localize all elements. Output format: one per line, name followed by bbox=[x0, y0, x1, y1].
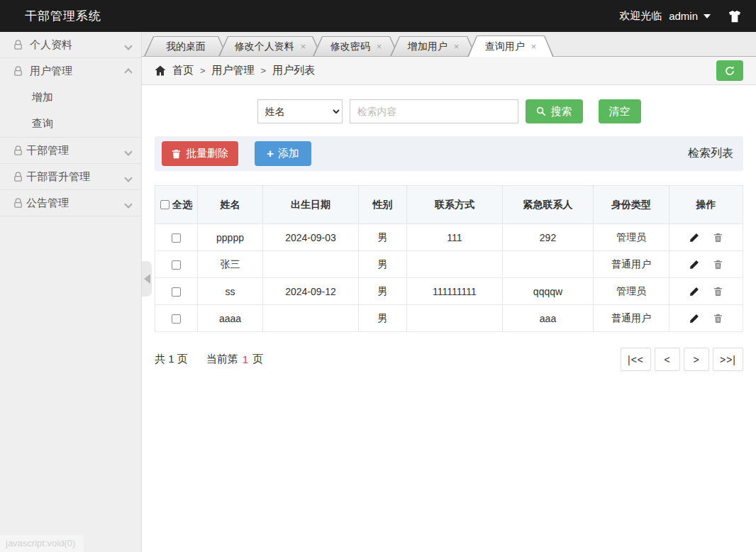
tab-edit-profile[interactable]: 修改个人资料× bbox=[218, 36, 322, 56]
sidebar-item-label: 个人资料 bbox=[30, 38, 72, 52]
delete-icon[interactable] bbox=[713, 233, 723, 243]
pagination: 共 1 页 当前第 1 页 |<< < > >>| bbox=[155, 348, 743, 371]
cell-type: 普通用户 bbox=[594, 305, 669, 332]
edit-icon[interactable] bbox=[689, 314, 699, 324]
sidebar-collapse-handle[interactable] bbox=[142, 261, 152, 297]
plus-icon: + bbox=[267, 148, 274, 160]
delete-icon[interactable] bbox=[713, 260, 723, 270]
lock-icon bbox=[13, 40, 23, 50]
chevron-down-icon bbox=[124, 148, 132, 155]
welcome-text: 欢迎光临 bbox=[619, 9, 662, 23]
breadcrumb-user-mgmt[interactable]: 用户管理 bbox=[212, 64, 255, 77]
batch-delete-button[interactable]: 批量删除 bbox=[162, 141, 238, 166]
table-row: 张三 男 普通用户 bbox=[155, 251, 743, 278]
delete-icon[interactable] bbox=[713, 287, 723, 297]
add-button-label: 添加 bbox=[278, 147, 299, 160]
breadcrumb: 首页 > 用户管理 > 用户列表 bbox=[142, 57, 756, 85]
row-checkbox[interactable] bbox=[172, 287, 181, 297]
select-all-checkbox[interactable] bbox=[160, 200, 169, 209]
sidebar-item-user-mgmt[interactable]: 用户管理 bbox=[0, 58, 141, 84]
search-button[interactable]: 搜索 bbox=[526, 99, 583, 123]
cell-emergency: qqqqw bbox=[503, 278, 594, 305]
lock-icon bbox=[13, 172, 23, 182]
edit-icon[interactable] bbox=[689, 233, 699, 243]
edit-icon[interactable] bbox=[689, 287, 699, 297]
first-page-button[interactable]: |<< bbox=[621, 348, 651, 371]
table-row: ss 2024-09-12 男 111111111 qqqqw 管理员 bbox=[155, 278, 743, 305]
cell-contact: 111 bbox=[407, 224, 503, 251]
chevron-down-icon bbox=[124, 200, 132, 208]
cell-birth: 2024-09-12 bbox=[263, 278, 359, 305]
sidebar-item-notice-mgmt[interactable]: 公告管理 bbox=[0, 190, 141, 216]
row-checkbox[interactable] bbox=[172, 233, 181, 243]
tab-strip: 我的桌面 修改个人资料× 修改密码× 增加用户× 查询用户× bbox=[142, 32, 756, 57]
lock-icon bbox=[13, 145, 23, 156]
breadcrumb-home[interactable]: 首页 bbox=[172, 64, 194, 77]
clear-button[interactable]: 清空 bbox=[599, 99, 641, 123]
close-icon[interactable]: × bbox=[454, 41, 460, 52]
tab-change-password[interactable]: 修改密码× bbox=[313, 36, 399, 56]
cell-type: 管理员 bbox=[594, 224, 669, 251]
chevron-up-icon bbox=[124, 68, 132, 76]
delete-icon[interactable] bbox=[713, 314, 723, 324]
sidebar-subitem-query[interactable]: 查询 bbox=[0, 111, 141, 137]
tab-my-desktop[interactable]: 我的桌面 bbox=[144, 36, 228, 56]
cell-contact: 111111111 bbox=[407, 278, 503, 305]
table-row: ppppp 2024-09-03 男 111 292 管理员 bbox=[155, 224, 743, 251]
sidebar-item-cadre-mgmt[interactable]: 干部管理 bbox=[0, 138, 141, 164]
header-gender: 性别 bbox=[359, 186, 407, 224]
cell-gender: 男 bbox=[359, 305, 407, 332]
add-button[interactable]: + 添加 bbox=[255, 141, 311, 166]
cell-name: ss bbox=[198, 278, 263, 305]
chevron-down-icon bbox=[124, 42, 132, 50]
main-area: 我的桌面 修改个人资料× 修改密码× 增加用户× 查询用户× 首页 bbox=[142, 32, 756, 552]
home-icon bbox=[155, 65, 166, 76]
sidebar-item-label: 公告管理 bbox=[26, 197, 69, 210]
tab-label: 修改个人资料 bbox=[235, 40, 294, 53]
select-all-label: 全选 bbox=[172, 199, 192, 210]
header-select-all: 全选 bbox=[155, 186, 198, 224]
close-icon[interactable]: × bbox=[301, 41, 306, 52]
list-title: 检索列表 bbox=[688, 146, 736, 161]
search-field-select[interactable]: 姓名 bbox=[257, 99, 343, 123]
row-checkbox[interactable] bbox=[172, 314, 181, 324]
last-page-button[interactable]: >>| bbox=[713, 348, 743, 371]
tab-query-user[interactable]: 查询用户× bbox=[467, 35, 554, 57]
cell-birth bbox=[263, 251, 359, 278]
close-icon[interactable]: × bbox=[531, 41, 537, 52]
breadcrumb-user-list: 用户列表 bbox=[272, 64, 315, 77]
search-button-label: 搜索 bbox=[551, 105, 572, 118]
lock-icon bbox=[13, 198, 23, 209]
sidebar-item-promotion-mgmt[interactable]: 干部晋升管理 bbox=[0, 164, 141, 190]
sidebar-subitem-label: 查询 bbox=[32, 117, 53, 131]
refresh-icon bbox=[724, 65, 735, 77]
next-page-button[interactable]: > bbox=[684, 348, 709, 371]
header-birth: 出生日期 bbox=[263, 186, 359, 224]
cell-emergency bbox=[503, 251, 594, 278]
cell-gender: 男 bbox=[359, 251, 407, 278]
shirt-icon[interactable] bbox=[728, 10, 742, 23]
row-checkbox[interactable] bbox=[172, 260, 181, 270]
refresh-button[interactable] bbox=[716, 60, 743, 81]
edit-icon[interactable] bbox=[689, 260, 699, 270]
toolbar: 批量删除 + 添加 检索列表 bbox=[155, 136, 743, 171]
cell-type: 普通用户 bbox=[594, 251, 669, 278]
sidebar-item-label: 干部晋升管理 bbox=[26, 170, 90, 184]
user-menu[interactable]: admin bbox=[669, 10, 711, 22]
sidebar-subitem-add[interactable]: 增加 bbox=[0, 84, 141, 111]
cell-emergency: 292 bbox=[503, 224, 594, 251]
search-input[interactable] bbox=[350, 99, 518, 123]
search-row: 姓名 搜索 清空 bbox=[155, 99, 743, 123]
trash-icon bbox=[172, 149, 181, 159]
page-total-text: 共 1 页 bbox=[155, 353, 188, 366]
tab-add-user[interactable]: 增加用户× bbox=[390, 36, 477, 56]
batch-delete-label: 批量删除 bbox=[186, 147, 228, 160]
submenu-user-mgmt: 增加 查询 bbox=[0, 84, 141, 138]
prev-page-button[interactable]: < bbox=[655, 348, 680, 371]
sidebar-item-label: 用户管理 bbox=[30, 65, 72, 78]
cell-name: aaaa bbox=[198, 305, 263, 332]
status-link-hint: javascript:void(0) bbox=[0, 534, 84, 552]
cell-emergency: aaa bbox=[503, 305, 594, 332]
close-icon[interactable]: × bbox=[377, 41, 382, 52]
sidebar-item-profile[interactable]: 个人资料 bbox=[0, 32, 141, 58]
